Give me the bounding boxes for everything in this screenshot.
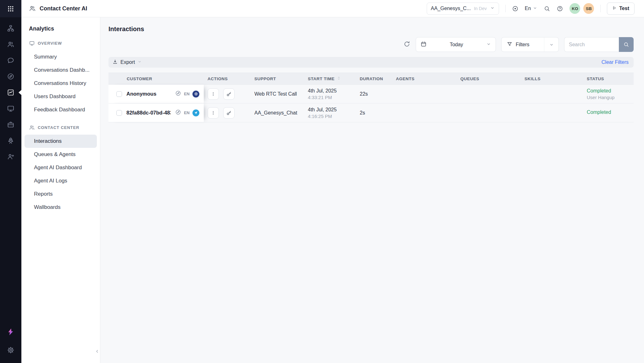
search-box (564, 37, 634, 52)
calendar-icon (420, 41, 427, 48)
chat-icon[interactable] (0, 53, 21, 68)
status-badge: Completed (587, 109, 611, 115)
sidebar-section-overview: OVERVIEW (29, 39, 97, 47)
row-checkbox[interactable] (116, 91, 122, 97)
divider (505, 5, 506, 12)
sidebar-item-feedback-dashboard[interactable]: Feedback Dashboard (25, 103, 97, 116)
col-skills: SKILLS (521, 73, 583, 84)
main-content: Interactions Today Filters (100, 17, 644, 363)
rocket-icon[interactable] (0, 133, 21, 148)
rail-nav (0, 20, 21, 165)
dashboard-icon[interactable] (0, 69, 21, 84)
customer-cell: Anonymous EN (108, 85, 204, 103)
avatar[interactable]: SB (583, 3, 594, 14)
row-checkbox[interactable] (116, 110, 122, 116)
sidebar-item-agent-ai-logs[interactable]: Agent AI Logs (25, 174, 97, 187)
refresh-icon[interactable] (403, 41, 410, 48)
app-rail (0, 0, 21, 363)
sidebar-section-contact-center: CONTACT CENTER (29, 123, 97, 131)
download-icon (112, 59, 118, 66)
filters-label: Filters (516, 42, 530, 47)
edit-icon[interactable] (175, 109, 181, 116)
skills-cell (521, 85, 583, 103)
status-cell: Completed User Hangup (583, 85, 634, 103)
channel-call-icon (192, 91, 199, 98)
avatar[interactable]: KO (569, 3, 580, 14)
settings-gear-icon[interactable] (0, 342, 21, 358)
toolbar: Today Filters (403, 37, 634, 52)
sidebar-item-conversations-history[interactable]: Conversations History (25, 77, 97, 90)
contact-center-icon (29, 5, 36, 12)
sidebar-item-queues-agents[interactable]: Queues & Agents (25, 148, 97, 161)
search-input[interactable] (564, 37, 619, 52)
avatar-group: KO SB (569, 3, 594, 14)
table-row[interactable]: Anonymous EN (108, 85, 634, 103)
edit-icon[interactable] (175, 90, 181, 98)
flows-icon[interactable] (0, 20, 21, 36)
export-band: Export Clear Filters (108, 57, 634, 68)
app-launcher-icon[interactable] (0, 0, 21, 17)
start-time: 4:16:25 PM (308, 114, 332, 119)
user-plus-icon[interactable] (0, 149, 21, 165)
test-button[interactable]: Test (607, 3, 635, 15)
sidebar-item-interactions[interactable]: Interactions (25, 135, 97, 148)
channel-chat-icon (192, 109, 199, 116)
sidebar-item-reports[interactable]: Reports (25, 187, 97, 201)
users-icon[interactable] (0, 36, 21, 52)
search-icon[interactable] (544, 5, 550, 12)
col-queues: QUEUES (457, 73, 521, 84)
row-menu-button[interactable] (208, 88, 219, 100)
sidebar-item-agent-ai-dashboard[interactable]: Agent AI Dashboard (25, 161, 97, 174)
automation-bolt-icon[interactable] (0, 324, 21, 340)
page-title: Interactions (108, 25, 144, 33)
start-date: 4th Jul, 2025 (308, 88, 337, 94)
customer-name: Anonymous (126, 91, 171, 97)
briefcase-icon[interactable] (0, 117, 21, 132)
filter-icon (507, 41, 513, 48)
table-row[interactable]: 82fa88dc-07bd-483d-9... EN (108, 103, 634, 122)
topbar: Contact Center AI AA_Genesys_C... In Dev… (21, 0, 644, 17)
row-key-button[interactable] (223, 107, 235, 119)
section-label: OVERVIEW (38, 41, 62, 46)
topbar-right: AA_Genesys_C... In Dev En KO SB (427, 3, 635, 15)
sidebar-item-wallboards[interactable]: Wallboards (25, 201, 97, 214)
bot-env-badge: In Dev (474, 6, 486, 11)
help-icon[interactable] (557, 5, 563, 12)
sidebar: Analytics OVERVIEW Summary Conversations… (21, 17, 100, 363)
date-range-select[interactable]: Today (416, 37, 496, 52)
row-menu-button[interactable] (208, 107, 219, 119)
target-icon[interactable] (512, 5, 519, 12)
page-head: Interactions Today Filters (108, 17, 634, 52)
clear-filters-link[interactable]: Clear Filters (602, 59, 629, 65)
col-status: STATUS (583, 73, 634, 84)
divider (600, 5, 601, 12)
col-customer: CUSTOMER (108, 73, 204, 84)
status-badge: Completed (587, 88, 611, 94)
sidebar-item-conversations-dashboard[interactable]: Conversations Dashb... (25, 64, 97, 77)
sort-icon[interactable] (337, 76, 341, 81)
search-submit-button[interactable] (619, 37, 634, 52)
sidebar-item-summary[interactable]: Summary (25, 50, 97, 64)
language-tag: EN (184, 110, 190, 115)
play-icon (612, 6, 616, 11)
sidebar-collapse-button[interactable] (94, 348, 101, 355)
analytics-icon[interactable] (0, 85, 21, 100)
customer-meta: EN (175, 90, 199, 98)
export-label: Export (120, 59, 135, 65)
queues-cell (457, 85, 521, 103)
col-agents: AGENTS (392, 73, 457, 84)
export-button[interactable]: Export (112, 59, 142, 66)
duration-cell: 22s (356, 85, 392, 103)
filters-button[interactable]: Filters (501, 37, 559, 52)
sidebar-item-users-dashboard[interactable]: Users Dashboard (25, 90, 97, 103)
interactions-table: CUSTOMER ACTIONS SUPPORT START TIME DURA… (108, 73, 634, 122)
language-selector[interactable]: En (525, 6, 538, 12)
language-tag: EN (184, 92, 190, 96)
col-duration: DURATION (356, 73, 392, 84)
agents-cell (392, 85, 457, 103)
monitor-icon[interactable] (0, 101, 21, 116)
row-key-button[interactable] (223, 88, 235, 100)
start-time-cell: 4th Jul, 2025 4:16:25 PM (304, 103, 356, 122)
col-start-time[interactable]: START TIME (304, 73, 356, 84)
bot-selector[interactable]: AA_Genesys_C... In Dev (427, 3, 499, 15)
